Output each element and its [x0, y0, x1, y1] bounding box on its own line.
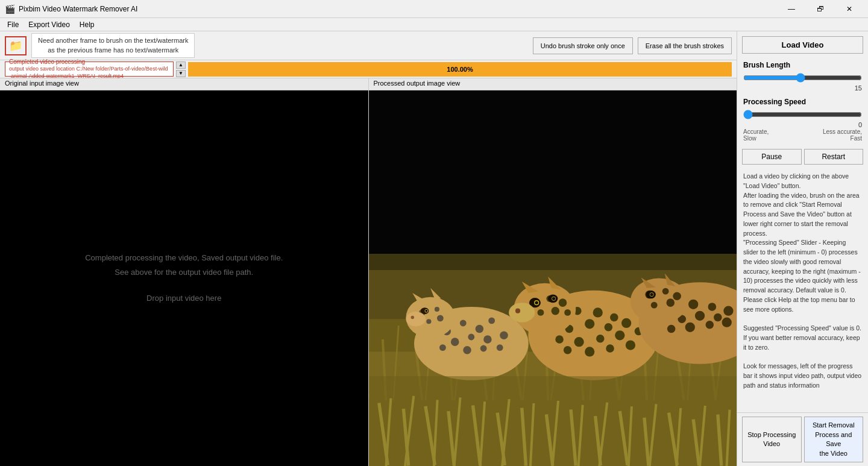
toolbar: 📁 Need another frame to brush on the tex…: [0, 31, 737, 60]
window-controls: — 🗗 ✕: [778, 0, 863, 18]
processed-view-panel: Processed output image view: [369, 78, 737, 466]
scroll-buttons: ▲ ▼: [176, 61, 186, 77]
svg-point-83: [537, 309, 544, 316]
start-removal-button[interactable]: Start Removal Process and Save the Video: [804, 417, 864, 462]
progress-row: Completed video processing output video …: [0, 60, 737, 78]
menu-file[interactable]: File: [2, 19, 24, 30]
svg-point-112: [650, 302, 657, 309]
sidebar: Load Video Brush Length 15 Processing Sp…: [737, 31, 868, 466]
brush-length-value: 15: [855, 84, 862, 92]
restart-button[interactable]: Restart: [804, 149, 864, 165]
bottom-buttons: Stop Processing Video Start Removal Proc…: [737, 412, 868, 466]
close-button[interactable]: ✕: [835, 0, 863, 18]
content-area: 📁 Need another frame to brush on the tex…: [0, 31, 737, 466]
placeholder-line3: Drop input video here: [85, 291, 283, 305]
svg-point-77: [606, 344, 614, 353]
svg-point-91: [552, 297, 555, 300]
app-icon: 🎬: [5, 4, 15, 14]
placeholder-text: Completed processing the video, Saved ou…: [85, 251, 283, 305]
svg-point-94: [509, 303, 535, 323]
svg-point-76: [585, 347, 594, 356]
info-line2: as the previous frame has no text/waterm…: [38, 46, 188, 55]
processing-speed-slider[interactable]: [743, 110, 862, 119]
processed-view-label: Processed output image view: [369, 78, 737, 90]
svg-point-113: [666, 298, 675, 307]
brush-length-section: Brush Length 15: [737, 58, 868, 95]
svg-point-48: [496, 344, 503, 351]
speed-slider-container: 0 Accurate, Slow Less accurate, Fast: [743, 109, 862, 143]
placeholder-line2: See above for the output video file path…: [85, 265, 283, 279]
info-line1: Need another frame to brush on the text/…: [38, 36, 188, 45]
svg-point-56: [425, 310, 427, 312]
svg-point-104: [667, 325, 675, 333]
svg-point-60: [410, 316, 414, 319]
svg-point-106: [705, 321, 714, 329]
help-text: Load a video by clicking on the above "L…: [737, 168, 868, 412]
svg-point-41: [450, 338, 459, 346]
cheetah-image: [369, 90, 737, 466]
svg-point-38: [459, 320, 466, 327]
svg-point-51: [434, 307, 439, 312]
progress-text: 100.00%: [188, 66, 732, 73]
original-view-content: Completed processing the video, Saved ou…: [0, 90, 368, 466]
svg-point-98: [688, 300, 698, 309]
maximize-button[interactable]: 🗗: [807, 0, 834, 18]
svg-point-71: [574, 337, 583, 347]
svg-point-43: [483, 335, 492, 344]
open-folder-button[interactable]: 📁: [5, 36, 27, 55]
titlebar: 🎬 Pixbim Video Watermark Remover AI — 🗗 …: [0, 0, 868, 18]
menu-help[interactable]: Help: [75, 19, 99, 30]
menu-export-video[interactable]: Export Video: [24, 19, 75, 30]
pause-restart-row: Pause Restart: [737, 145, 868, 168]
pause-button[interactable]: Pause: [742, 149, 802, 165]
minimize-button[interactable]: —: [778, 0, 805, 18]
svg-point-78: [625, 340, 635, 350]
svg-point-73: [615, 330, 624, 340]
brush-length-label: Brush Length: [743, 61, 862, 69]
svg-point-45: [463, 346, 471, 354]
svg-point-70: [555, 335, 564, 344]
svg-point-47: [500, 332, 508, 340]
svg-point-110: [662, 288, 668, 295]
scroll-down-button[interactable]: ▼: [176, 70, 186, 77]
scroll-up-button[interactable]: ▲: [176, 61, 186, 69]
svg-point-88: [535, 301, 538, 304]
speed-left-label: Accurate, Slow: [743, 128, 769, 142]
svg-point-59: [406, 312, 426, 326]
svg-point-68: [604, 323, 612, 332]
brush-length-slider[interactable]: [743, 73, 862, 83]
svg-point-82: [558, 298, 567, 307]
svg-point-108: [630, 279, 687, 324]
svg-point-105: [685, 323, 694, 332]
processing-speed-label: Processing Speed: [743, 98, 862, 106]
undo-button[interactable]: Undo brush stroke only once: [533, 37, 633, 54]
svg-point-84: [551, 307, 559, 315]
svg-point-64: [593, 307, 602, 317]
load-video-button[interactable]: Load Video: [742, 36, 863, 54]
svg-point-116: [650, 293, 653, 296]
folder-icon: 📁: [9, 39, 22, 52]
progress-bar: 100.00%: [188, 62, 732, 77]
svg-point-99: [708, 303, 716, 311]
svg-point-42: [468, 334, 474, 341]
svg-point-103: [714, 313, 722, 322]
svg-point-44: [439, 344, 445, 351]
svg-point-85: [564, 309, 571, 316]
erase-button[interactable]: Erase all the brush strokes: [638, 37, 732, 54]
processing-speed-section: Processing Speed 0 Accurate, Slow Less a…: [737, 95, 868, 145]
svg-rect-35: [369, 90, 737, 254]
brush-slider-container: 15: [743, 72, 862, 93]
svg-point-65: [610, 313, 618, 322]
speed-labels: Accurate, Slow Less accurate, Fast: [743, 128, 862, 142]
stop-processing-button[interactable]: Stop Processing Video: [742, 417, 802, 462]
original-view-label: Original input image view: [0, 78, 368, 90]
placeholder-line1: Completed processing the video, Saved ou…: [85, 251, 283, 265]
svg-point-67: [585, 319, 594, 329]
svg-point-111: [673, 292, 681, 301]
speed-right-label: Less accurate, Fast: [823, 128, 862, 142]
main-layout: 📁 Need another frame to brush on the tex…: [0, 31, 868, 466]
svg-point-39: [475, 325, 483, 333]
svg-point-102: [694, 311, 704, 321]
svg-point-72: [596, 335, 605, 343]
info-box: Need another frame to brush on the text/…: [31, 33, 195, 58]
